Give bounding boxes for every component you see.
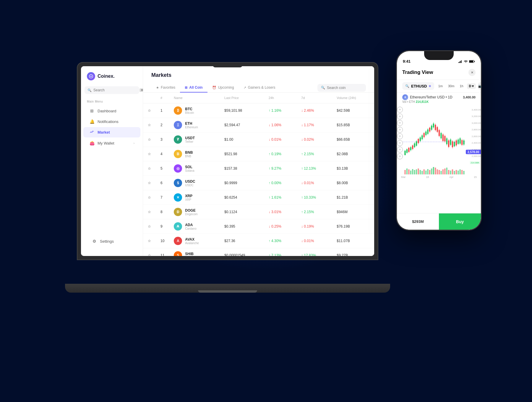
zoom-control-6[interactable]: +: [397, 140, 403, 146]
sidebar-item-label-market: Market: [98, 130, 110, 134]
svg-rect-99: [450, 171, 451, 174]
change-24h-cell: ↑ 0.19%: [264, 147, 296, 161]
zoom-control-8[interactable]: +: [397, 153, 403, 159]
zoom-control-5[interactable]: +: [397, 133, 403, 139]
change-7d-cell: ↓ 0.19%: [296, 219, 332, 234]
star-cell[interactable]: ☆: [143, 190, 156, 205]
volume-svg: [403, 161, 466, 174]
sidebar-item-wallet[interactable]: 👛 My Wallet ›: [83, 138, 140, 148]
zoom-control-2[interactable]: +: [397, 114, 403, 119]
table-row[interactable]: ☆ 10 A AVAX Avalanche $27.36 ↑ 4.30% ↓ 0…: [143, 234, 374, 248]
zoom-control-4[interactable]: +: [397, 127, 403, 133]
vol-value: 214,811K: [416, 100, 429, 103]
star-cell[interactable]: ☆: [143, 176, 156, 190]
coin-symbol: ADA: [185, 223, 196, 227]
volume-bars: 214.88K: [403, 161, 466, 174]
chevron-right-icon: ›: [134, 142, 134, 145]
close-button[interactable]: ✕: [468, 69, 476, 76]
chart-svg: [403, 106, 466, 160]
star-cell[interactable]: ☆: [143, 234, 156, 248]
svg-rect-7: [469, 61, 473, 62]
search-coin-input[interactable]: [327, 86, 362, 90]
chart-interval: 1D: [448, 95, 452, 99]
sidebar-item-market[interactable]: Market: [83, 127, 140, 137]
table-row[interactable]: ☆ 11 S SHIB Shiba Inu $0.00001549 ↑ 7.13…: [143, 248, 374, 256]
chart-info: Ethereum/Tether USD • 1D 3,400.00 Vol • …: [397, 93, 481, 105]
table-row[interactable]: ☆ 9 ₳ ADA Cardano $0.395 ↓ 0.25% ↓ 0.19%…: [143, 219, 374, 234]
change-24h-value: ↑ 1.61%: [269, 195, 281, 200]
svg-rect-106: [463, 171, 464, 174]
coin-symbol: SHIB: [185, 252, 197, 256]
star-cell[interactable]: ☆: [143, 219, 156, 234]
svg-rect-103: [458, 171, 459, 174]
change-24h-value: ↑ 0.19%: [269, 152, 281, 156]
tab-favorites[interactable]: ★ Favorites: [151, 83, 180, 93]
col-7d: 7d: [296, 93, 332, 103]
sidebar-item-notifications[interactable]: 🔔 Notifications: [83, 116, 140, 127]
zoom-in-button[interactable]: +: [397, 107, 403, 113]
table-row[interactable]: ☆ 6 $ USDC USDC $0.9999 ↑ 0.00% ↓ 0.01% …: [143, 176, 374, 190]
search-input[interactable]: [93, 88, 138, 92]
table-row[interactable]: ☆ 4 B BNB BNB $521.98 ↑ 0.19% ↑ 2.15% $2…: [143, 147, 374, 161]
coin-logo: ₮: [174, 135, 182, 144]
pair-input[interactable]: 🔍 ETHUSD +: [402, 82, 434, 90]
table-row[interactable]: ☆ 2 Ξ ETH Ethereum $2,594.47 ↓ 1.06% ↓ 1…: [143, 118, 374, 132]
change-24h-cell: ↑ 4.30%: [264, 234, 296, 248]
phone-content: Trading View ✕ 🔍 ETHUSD + 1m 30m 1h: [397, 65, 481, 230]
coin-name-info: ETH Ethereum: [185, 121, 198, 129]
tab-all-coin[interactable]: ⊞ All Coin: [180, 83, 207, 93]
star-cell[interactable]: ☆: [143, 205, 156, 219]
price-cell: $0.00001549: [220, 248, 264, 256]
star-cell[interactable]: ☆: [143, 248, 156, 256]
page-title: Markets: [151, 72, 366, 78]
star-cell[interactable]: ☆: [143, 147, 156, 161]
star-cell[interactable]: ☆: [143, 103, 156, 118]
coin-logo: $: [174, 179, 182, 187]
rank-cell: 11: [156, 248, 169, 256]
table-row[interactable]: ☆ 3 ₮ USDT Tether $1.00 ↓ 0.01% ↓ 0.02% …: [143, 132, 374, 147]
camera-button[interactable]: 📷: [478, 82, 481, 90]
rank-cell: 7: [156, 190, 169, 205]
chart-info-row: Ethereum/Tether USD • 1D 3,400.00: [402, 94, 476, 100]
phone: 9:41 Trading View: [396, 50, 482, 231]
x-label-mar: Mar: [401, 176, 406, 179]
volume-cell: $42.59B: [332, 103, 374, 118]
star-cell[interactable]: ☆: [143, 132, 156, 147]
coin-symbol: DOGE: [185, 208, 197, 213]
zoom-control-3[interactable]: +: [397, 120, 403, 126]
svg-rect-77: [408, 169, 409, 174]
search-coin-icon: 🔍: [321, 86, 325, 90]
table-row[interactable]: ☆ 5 ◎ SOL Solana $157.38 ↑ 9.27% ↑ 12.13…: [143, 161, 374, 176]
search-box[interactable]: 🔍 ⌘ K: [85, 86, 139, 94]
tf-1m[interactable]: 1m: [437, 83, 445, 89]
change-24h-value: ↑ 7.13%: [269, 253, 281, 256]
tab-label-favorites: Favorites: [161, 85, 175, 90]
svg-rect-96: [444, 168, 445, 174]
tab-gainers[interactable]: ↗ Gainers & Losers: [239, 83, 280, 93]
table-row[interactable]: ☆ 8 Ð DOGE Dogecoin $0.1124 ↓ 3.01% ↑ 2.…: [143, 205, 374, 219]
rank-cell: 3: [156, 132, 169, 147]
svg-rect-93: [439, 170, 440, 174]
coin-fullname: Shiba Inu: [185, 256, 197, 256]
sidebar-item-dashboard[interactable]: ⊞ Dashboard: [83, 106, 140, 116]
table-row[interactable]: ☆ 1 ₿ BTC Bitcoin $59,101.98 ↑ 1.16% ↓ 2…: [143, 103, 374, 118]
search-icon: 🔍: [87, 88, 92, 92]
tf-dropdown[interactable]: D ▾: [467, 83, 476, 89]
table-row[interactable]: ☆ 7 ✕ XRP XRP $0.6254 ↑ 1.61% ↑ 10.33% $…: [143, 190, 374, 205]
search-coin-box[interactable]: 🔍: [317, 84, 366, 92]
bottom-price: $293M: [397, 219, 439, 224]
star-cell[interactable]: ☆: [143, 161, 156, 176]
svg-rect-1: [458, 62, 459, 63]
coin-fullname: Dogecoin: [185, 213, 197, 216]
chart-icon: [89, 130, 95, 135]
table-header: # Name Last Price 24h 7d Volume (24h): [143, 93, 374, 103]
tab-upcoming[interactable]: ⏰ Upcoming: [207, 83, 239, 93]
logo: Coinex.: [81, 72, 143, 86]
zoom-control-7[interactable]: +: [397, 147, 403, 153]
star-cell[interactable]: ☆: [143, 118, 156, 132]
tf-1h[interactable]: 1h: [458, 83, 465, 89]
buy-button[interactable]: Buy: [439, 213, 481, 230]
tf-30m[interactable]: 30m: [446, 83, 456, 89]
col-name: Name: [169, 93, 220, 103]
sidebar-item-settings[interactable]: ⚙ Settings: [86, 236, 138, 246]
